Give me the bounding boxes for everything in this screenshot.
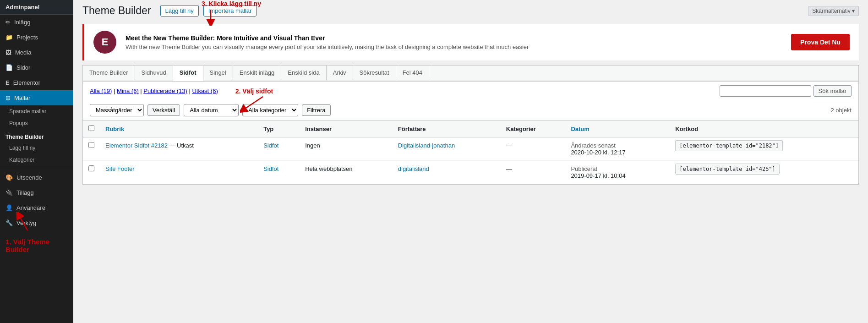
- row2-author-cell: digitalisland: [393, 161, 501, 184]
- row2-author-link[interactable]: digitalisland: [398, 165, 429, 172]
- grid-icon: ⊞: [5, 94, 11, 101]
- table-row: Elementor Sidfot #2182 — Utkast Sidfot I…: [83, 137, 858, 161]
- row1-shortcode[interactable]: [elementor-template id="2182"]: [675, 140, 783, 151]
- elementor-promo-icon: E: [93, 31, 116, 54]
- row1-date: 2020-10-20 kl. 12:17: [571, 149, 625, 156]
- th-typ: Typ: [258, 120, 300, 137]
- row2-date-label: Publicerat: [571, 165, 664, 172]
- row2-checkbox[interactable]: [88, 165, 94, 171]
- page-title: Theme Builder: [82, 5, 151, 17]
- tabs-area: Theme Builder Sidhuvud Sidfot Singel Ens…: [82, 65, 859, 81]
- row2-date-cell: Publicerat 2019-09-17 kl. 10:04: [565, 161, 670, 184]
- search-area: Sök mallar: [720, 85, 852, 97]
- paint-icon: 🎨: [5, 174, 13, 181]
- annotation-arrow-3: [202, 7, 220, 26]
- image-icon: 🖼: [5, 49, 11, 56]
- row1-checkbox[interactable]: [88, 142, 94, 148]
- item-count: 2 objekt: [830, 107, 852, 114]
- th-kategorier: Kategorier: [501, 120, 566, 137]
- row1-type-link[interactable]: Sidfot: [263, 142, 278, 149]
- row2-categories-cell: —: [501, 161, 566, 184]
- sidebar-adminpanel[interactable]: Adminpanel: [0, 0, 73, 15]
- row1-type-cell: Sidfot: [258, 137, 300, 161]
- tab-theme-builder[interactable]: Theme Builder: [83, 66, 135, 81]
- sidebar-subitem-lagg-till-ny[interactable]: Lägg till ny: [0, 142, 73, 154]
- sidebar-group-label-theme-builder: Theme Builder: [0, 129, 73, 142]
- th-forfattare: Författare: [393, 120, 501, 137]
- tab-fel-404[interactable]: Fel 404: [396, 66, 429, 81]
- annotation-1: 1. Välj Theme Builder: [5, 238, 49, 253]
- plugin-icon: 🔌: [5, 189, 13, 196]
- row2-type-cell: Sidfot: [258, 161, 300, 184]
- row2-type-link[interactable]: Sidfot: [263, 165, 278, 172]
- sidebar-item-media[interactable]: 🖼 Media: [0, 45, 73, 60]
- folder-icon: 📁: [5, 34, 13, 41]
- row2-instances-cell: Hela webbplatsen: [300, 161, 393, 184]
- apply-button[interactable]: Verkställ: [147, 104, 180, 116]
- filter-all[interactable]: Alla (19): [90, 88, 112, 94]
- tab-singel[interactable]: Singel: [203, 66, 233, 81]
- row2-title-cell: Site Footer: [100, 161, 258, 184]
- top-bar: Theme Builder Lägg till ny Importera mal…: [73, 0, 868, 17]
- promo-title: Meet the New Theme Builder: More Intuiti…: [126, 34, 782, 42]
- sidebar-item-elementor[interactable]: E Elementor: [0, 75, 73, 90]
- date-select[interactable]: Alla datum: [184, 104, 239, 116]
- tab-enskilt-inlagg[interactable]: Enskilt inlägg: [233, 66, 282, 81]
- row1-author-cell: Digitalisland-jonathan: [393, 137, 501, 161]
- screen-options-button[interactable]: Skärmalternativ ▾: [808, 6, 859, 16]
- row2-title-link[interactable]: Site Footer: [105, 165, 135, 172]
- filter-bar: Alla (19) | Mina (6) | Publicerade (13) …: [82, 81, 859, 100]
- sidebar-subitem-kategorier[interactable]: Kategorier: [0, 154, 73, 166]
- row1-title-suffix: — Utkast: [169, 142, 194, 149]
- elementor-icon: E: [5, 79, 10, 86]
- row1-date-label: Ändrades senast: [571, 142, 664, 149]
- annotation-3: 3. Klicka lägg till ny: [202, 0, 261, 27]
- promo-banner: E Meet the New Theme Builder: More Intui…: [82, 24, 859, 60]
- row1-title-link[interactable]: Elementor Sidfot #2182: [105, 142, 168, 149]
- sidebar-item-tillagg[interactable]: 🔌 Tillägg: [0, 185, 73, 200]
- row1-author-link[interactable]: Digitalisland-jonathan: [398, 142, 455, 149]
- filter-draft[interactable]: Utkast (6): [192, 88, 218, 94]
- table-area: Rubrik Typ Instanser Författare Kategori…: [82, 120, 859, 185]
- tab-arkiv[interactable]: Arkiv: [327, 66, 353, 81]
- row2-date: 2019-09-17 kl. 10:04: [571, 172, 625, 179]
- sidebar-subitem-popups[interactable]: Popups: [0, 117, 73, 129]
- tab-sidhuvud[interactable]: Sidhuvud: [135, 66, 173, 81]
- sidebar-item-mallar[interactable]: ⊞ Mallar: [0, 90, 73, 105]
- th-datum[interactable]: Datum: [565, 120, 670, 137]
- svg-line-0: [18, 214, 27, 230]
- promo-cta-button[interactable]: Prova Det Nu: [791, 34, 850, 50]
- row1-title-cell: Elementor Sidfot #2182 — Utkast: [100, 137, 258, 161]
- sidebar-subitem-sparade-mallar[interactable]: Sparade mallar: [0, 105, 73, 117]
- sidebar-item-sidor[interactable]: 📄 Sidor: [0, 60, 73, 75]
- sidebar: Adminpanel ✏ Inlägg 📁 Projects 🖼 Media 📄…: [0, 0, 73, 323]
- search-input[interactable]: [720, 85, 811, 97]
- row2-shortcode-cell: [elementor-template id="425"]: [670, 161, 858, 184]
- row1-instances-cell: Ingen: [300, 137, 393, 161]
- annotation-arrow-1: [14, 212, 41, 235]
- sidebar-item-inlagg[interactable]: ✏ Inlägg: [0, 15, 73, 30]
- th-checkbox: [83, 120, 100, 137]
- table-header-row: Rubrik Typ Instanser Författare Kategori…: [83, 120, 858, 137]
- annotation-arrow-2: [240, 94, 267, 113]
- tab-sokresultat[interactable]: Sökresultat: [353, 66, 396, 81]
- row1-categories-cell: —: [501, 137, 566, 161]
- select-all-checkbox[interactable]: [88, 125, 94, 131]
- search-button[interactable]: Sök mallar: [813, 85, 852, 97]
- annotation-2-label: 2. Välj sidfot: [235, 88, 273, 95]
- filter-published[interactable]: Publicerade (13): [143, 88, 187, 94]
- tab-enskild-sida[interactable]: Enskild sida: [281, 66, 326, 81]
- th-rubrik[interactable]: Rubrik: [100, 120, 258, 137]
- add-new-button[interactable]: Lägg till ny: [160, 5, 199, 16]
- filter-mine[interactable]: Mina (6): [117, 88, 139, 94]
- sidebar-item-projects[interactable]: 📁 Projects: [0, 30, 73, 45]
- promo-text-area: Meet the New Theme Builder: More Intuiti…: [126, 34, 782, 50]
- edit-icon: ✏: [5, 19, 11, 26]
- tab-sidfot[interactable]: Sidfot: [173, 66, 203, 81]
- bulk-row: Massåtgärder Verkställ Alla datum Alla k…: [82, 100, 859, 120]
- row2-shortcode[interactable]: [elementor-template id="425"]: [675, 164, 780, 175]
- filter-button[interactable]: Filtrera: [302, 104, 330, 116]
- row1-date-cell: Ändrades senast 2020-10-20 kl. 12:17: [565, 137, 670, 161]
- sidebar-item-utseende[interactable]: 🎨 Utseende: [0, 170, 73, 185]
- bulk-action-select[interactable]: Massåtgärder: [90, 104, 144, 116]
